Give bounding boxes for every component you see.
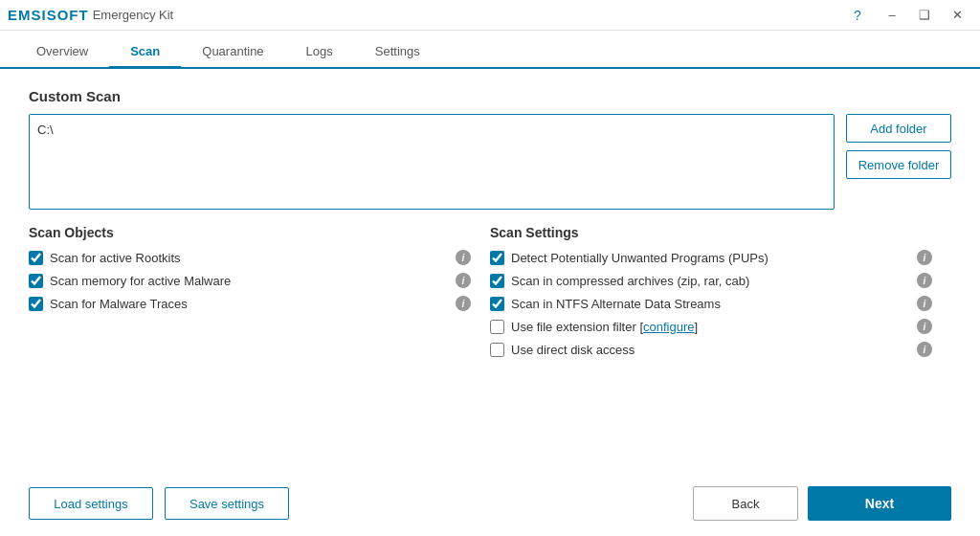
scan-direct-disk-row: Use direct disk access i <box>490 342 932 357</box>
save-settings-button[interactable]: Save settings <box>165 487 289 520</box>
configure-link[interactable]: configure <box>643 320 694 334</box>
scan-archives-label: Scan in compressed archives (zip, rar, c… <box>511 274 910 288</box>
next-button[interactable]: Next <box>808 486 951 521</box>
scan-objects-title: Scan Objects <box>29 225 471 240</box>
navbar: Overview Scan Quarantine Logs Settings <box>0 31 980 69</box>
scan-pups-checkbox[interactable] <box>490 251 504 265</box>
tab-logs[interactable]: Logs <box>285 36 354 69</box>
scan-settings-title: Scan Settings <box>490 225 932 240</box>
add-folder-button[interactable]: Add folder <box>846 114 951 143</box>
main-content: Custom Scan C:\ Add folder Remove folder… <box>0 69 980 536</box>
tab-overview[interactable]: Overview <box>15 36 109 69</box>
scan-ntfs-info-icon[interactable]: i <box>917 296 932 311</box>
titlebar: EMSISOFT Emergency Kit ? – ❑ ✕ <box>0 0 980 31</box>
tab-settings[interactable]: Settings <box>354 36 441 69</box>
restore-button[interactable]: ❑ <box>909 2 940 29</box>
scan-rootkits-row: Scan for active Rootkits i <box>29 250 471 265</box>
scan-ext-filter-label: Use file extension filter [configure] <box>511 320 910 334</box>
scan-pups-info-icon[interactable]: i <box>917 250 932 265</box>
scan-direct-disk-info-icon[interactable]: i <box>917 342 932 357</box>
scan-settings-col: Scan Settings Detect Potentially Unwante… <box>490 225 951 475</box>
scan-ntfs-checkbox[interactable] <box>490 297 504 311</box>
scan-direct-disk-label: Use direct disk access <box>511 343 910 357</box>
scan-memory-label: Scan memory for active Malware <box>50 274 449 288</box>
scan-memory-info-icon[interactable]: i <box>456 273 471 288</box>
minimize-button[interactable]: – <box>877 2 907 29</box>
help-button[interactable]: ? <box>844 2 871 29</box>
app-subtitle: Emergency Kit <box>93 8 174 22</box>
remove-folder-button[interactable]: Remove folder <box>846 150 951 179</box>
bottom-bar: Load settings Save settings Back Next <box>29 475 951 521</box>
bottom-left-buttons: Load settings Save settings <box>29 487 289 520</box>
scan-archives-checkbox[interactable] <box>490 274 504 288</box>
scan-memory-row: Scan memory for active Malware i <box>29 273 471 288</box>
scan-ntfs-row: Scan in NTFS Alternate Data Streams i <box>490 296 932 311</box>
custom-scan-title: Custom Scan <box>29 88 951 104</box>
folder-buttons: Add folder Remove folder <box>846 114 951 210</box>
tab-scan[interactable]: Scan <box>109 36 181 69</box>
options-row: Scan Objects Scan for active Rootkits i … <box>29 225 951 475</box>
scan-archives-row: Scan in compressed archives (zip, rar, c… <box>490 273 932 288</box>
scan-ext-filter-checkbox[interactable] <box>490 320 504 334</box>
tab-quarantine[interactable]: Quarantine <box>181 36 284 69</box>
scan-memory-checkbox[interactable] <box>29 274 43 288</box>
scan-traces-row: Scan for Malware Traces i <box>29 296 471 311</box>
scan-pups-row: Detect Potentially Unwanted Programs (PU… <box>490 250 932 265</box>
scan-direct-disk-checkbox[interactable] <box>490 343 504 357</box>
scan-rootkits-checkbox[interactable] <box>29 251 43 265</box>
scan-ext-filter-row: Use file extension filter [configure] i <box>490 319 932 334</box>
scan-rootkits-info-icon[interactable]: i <box>456 250 471 265</box>
scan-rootkits-label: Scan for active Rootkits <box>50 251 449 265</box>
scan-pups-label: Detect Potentially Unwanted Programs (PU… <box>511 251 910 265</box>
scan-traces-label: Scan for Malware Traces <box>50 297 449 311</box>
folder-path-input[interactable]: C:\ <box>29 114 835 210</box>
scan-ext-filter-info-icon[interactable]: i <box>917 319 932 334</box>
scan-objects-col: Scan Objects Scan for active Rootkits i … <box>29 225 490 475</box>
scan-archives-info-icon[interactable]: i <box>917 273 932 288</box>
app-logo: EMSISOFT <box>8 7 89 23</box>
scan-ntfs-label: Scan in NTFS Alternate Data Streams <box>511 297 910 311</box>
folder-row: C:\ Add folder Remove folder <box>29 114 951 210</box>
scan-traces-checkbox[interactable] <box>29 297 43 311</box>
window-controls: ? – ❑ ✕ <box>844 2 972 29</box>
load-settings-button[interactable]: Load settings <box>29 487 153 520</box>
back-button[interactable]: Back <box>693 486 798 521</box>
bottom-right-buttons: Back Next <box>693 486 951 521</box>
scan-traces-info-icon[interactable]: i <box>456 296 471 311</box>
close-button[interactable]: ✕ <box>942 2 972 29</box>
